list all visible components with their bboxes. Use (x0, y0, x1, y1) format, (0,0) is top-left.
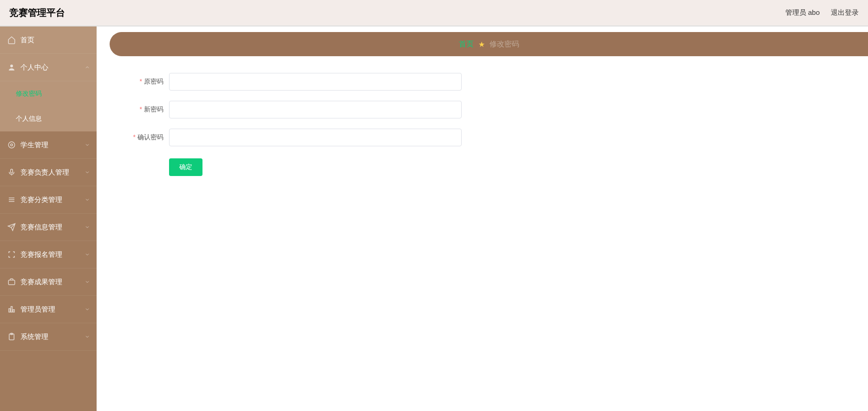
user-icon (7, 63, 16, 72)
fullscreen-icon (7, 250, 16, 259)
svg-point-2 (8, 142, 15, 148)
logout-link[interactable]: 退出登录 (831, 8, 859, 17)
form-actions: 确定 (124, 158, 560, 176)
sidebar: 首页 个人中心 修改密码 个人信息 学生管理 (0, 26, 97, 411)
old-password-label: *原密码 (124, 78, 169, 86)
mic-icon (7, 168, 16, 176)
svg-rect-10 (13, 310, 14, 312)
gear-icon (7, 141, 16, 149)
sidebar-subitem-change-password[interactable]: 修改密码 (0, 81, 97, 106)
sidebar-item-label: 学生管理 (20, 141, 48, 150)
sidebar-subitem-profile[interactable]: 个人信息 (0, 106, 97, 131)
chevron-down-icon (85, 252, 90, 257)
chevron-down-icon (85, 197, 90, 202)
briefcase-icon (7, 278, 16, 286)
chevron-down-icon (85, 307, 90, 312)
app-title: 竞赛管理平台 (9, 7, 65, 19)
sidebar-item-label: 竞赛分类管理 (20, 196, 62, 204)
sidebar-item-manager[interactable]: 竞赛负责人管理 (0, 159, 97, 186)
sidebar-item-label: 系统管理 (20, 333, 48, 341)
breadcrumb-home[interactable]: 首页 (459, 39, 474, 49)
submit-button[interactable]: 确定 (169, 158, 202, 176)
svg-point-1 (11, 144, 13, 146)
send-icon (7, 223, 16, 231)
breadcrumb-current: 修改密码 (489, 39, 519, 49)
sidebar-item-category[interactable]: 竞赛分类管理 (0, 186, 97, 214)
chevron-down-icon (85, 224, 90, 230)
svg-rect-8 (9, 309, 10, 313)
chevron-down-icon (85, 170, 90, 175)
sidebar-item-personal[interactable]: 个人中心 (0, 54, 97, 81)
sidebar-item-label: 竞赛负责人管理 (20, 168, 69, 177)
form-panel: *原密码 *新密码 *确认密码 确定 (110, 65, 574, 195)
sidebar-item-label: 首页 (20, 36, 34, 45)
new-password-label: *新密码 (124, 105, 169, 114)
sidebar-item-result[interactable]: 竞赛成果管理 (0, 268, 97, 296)
sidebar-item-label: 管理员管理 (20, 305, 55, 314)
user-label[interactable]: 管理员 abo (785, 8, 820, 17)
sidebar-subitem-label: 修改密码 (16, 90, 42, 98)
chevron-down-icon (85, 142, 90, 148)
chevron-down-icon (85, 279, 90, 285)
svg-rect-3 (11, 169, 13, 173)
confirm-password-input[interactable] (169, 129, 462, 146)
header: 竞赛管理平台 管理员 abo 退出登录 (0, 0, 868, 26)
sidebar-item-label: 竞赛报名管理 (20, 250, 62, 259)
sidebar-item-admin[interactable]: 管理员管理 (0, 296, 97, 323)
sidebar-subitem-label: 个人信息 (16, 115, 42, 123)
confirm-password-label: *确认密码 (124, 133, 169, 142)
form-row-old-password: *原密码 (124, 73, 560, 91)
sidebar-item-student[interactable]: 学生管理 (0, 131, 97, 159)
old-password-input[interactable] (169, 73, 462, 91)
header-right: 管理员 abo 退出登录 (785, 8, 859, 17)
new-password-input[interactable] (169, 101, 462, 118)
clipboard-icon (7, 333, 16, 341)
sidebar-item-signup[interactable]: 竞赛报名管理 (0, 241, 97, 268)
sidebar-item-system[interactable]: 系统管理 (0, 323, 97, 351)
svg-rect-9 (11, 307, 13, 312)
form-row-confirm-password: *确认密码 (124, 129, 560, 146)
svg-rect-7 (8, 280, 15, 285)
sidebar-item-home[interactable]: 首页 (0, 26, 97, 54)
container: 首页 个人中心 修改密码 个人信息 学生管理 (0, 26, 868, 411)
sidebar-item-label: 竞赛信息管理 (20, 223, 62, 232)
home-icon (7, 36, 16, 44)
bar-icon (7, 305, 16, 313)
sidebar-item-label: 竞赛成果管理 (20, 278, 62, 287)
sidebar-item-info[interactable]: 竞赛信息管理 (0, 214, 97, 241)
svg-point-0 (10, 65, 13, 67)
sidebar-item-label: 个人中心 (20, 63, 48, 72)
form-row-new-password: *新密码 (124, 101, 560, 118)
list-icon (7, 196, 16, 204)
breadcrumb: 首页 ★ 修改密码 (110, 32, 868, 56)
main-content: 首页 ★ 修改密码 *原密码 *新密码 *确认密码 确定 (97, 26, 868, 411)
star-icon: ★ (478, 40, 485, 49)
chevron-up-icon (85, 65, 90, 70)
chevron-down-icon (85, 334, 90, 339)
